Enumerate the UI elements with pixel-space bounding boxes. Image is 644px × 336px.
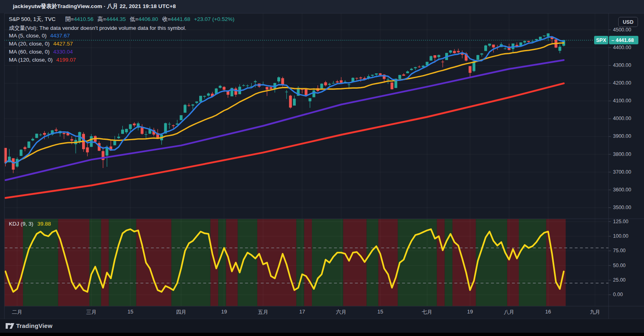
time-tick-label: 19 [221, 309, 227, 315]
high-value: 4444.35 [106, 16, 126, 22]
chart-window: jackieyutw發表於TradingView.com · 八月 22, 20… [0, 0, 644, 336]
price-tick-label: 4100.00 [613, 98, 641, 104]
open-value: 4410.56 [74, 16, 93, 22]
currency-badge[interactable]: USD [618, 17, 638, 27]
kdj-value: 39.88 [37, 221, 51, 227]
time-tick-label: 三月 [86, 309, 97, 316]
ma20-label: MA (20, close, 0) [9, 41, 50, 47]
price-tick-label: 4400.00 [613, 45, 641, 50]
symbol-badge-label: SPX [596, 37, 606, 43]
kdj-legend-row: KDJ (9, 3)39.88 [9, 221, 51, 227]
high-label: 高= [97, 16, 106, 22]
symbol-title: S&P 500, 1天, TVC [9, 16, 56, 22]
symbol-ohlc-row: S&P 500, 1天, TVC開=4410.56高=4444.35低=4406… [9, 16, 234, 23]
close-value: 4441.68 [171, 16, 190, 22]
time-tick-label: 四月 [176, 309, 186, 316]
price-tick-label: 3600.00 [613, 187, 641, 193]
ma120-label: MA (120, close, 0) [9, 57, 53, 63]
kdj-tick-label: 100.00 [613, 233, 641, 239]
time-tick-label: 15 [128, 309, 133, 315]
price-tick-label: 4300.00 [613, 62, 641, 68]
volume-note-row: 成交量(Vol): The data vendor doesn't provid… [9, 25, 186, 32]
ma5-value: 4437.67 [50, 33, 70, 39]
ma120-legend-row: MA (120, close, 0)4199.07 [9, 57, 76, 64]
price-chart-canvas[interactable] [0, 0, 644, 336]
tradingview-logo-icon [5, 322, 15, 330]
price-tick-label: 4500.00 [613, 27, 641, 33]
kdj-tick-label: 125.00 [613, 219, 641, 224]
low-value: 4406.80 [138, 16, 158, 22]
time-tick-label: 九月 [590, 309, 600, 316]
change-value: +23.07 (+0.52%) [194, 16, 235, 22]
kdj-tick-label: 25.00 [613, 277, 641, 283]
time-tick-label: 16 [545, 309, 551, 315]
time-tick-label: 五月 [258, 309, 268, 316]
price-tick-label: 4000.00 [613, 116, 641, 121]
volume-note: 成交量(Vol): The data vendor doesn't provid… [9, 25, 186, 31]
price-tick-label: 3800.00 [613, 151, 641, 157]
open-label: 開= [65, 16, 74, 22]
kdj-tick-label: 75.00 [613, 248, 641, 253]
ma20-value: 4427.57 [53, 41, 73, 47]
symbol-badge: SPX [594, 36, 608, 44]
footer-bar: TradingView [0, 319, 644, 333]
time-tick-label: 二月 [12, 309, 23, 316]
kdj-tick-label: 0.00 [613, 292, 641, 297]
kdj-label: KDJ (9, 3) [9, 221, 33, 227]
ma120-value: 4199.07 [56, 57, 76, 63]
last-price-label: – 4441.68 [611, 37, 634, 43]
price-tick-label: 4200.00 [613, 80, 641, 86]
time-tick-label: 八月 [504, 309, 514, 316]
bottom-black-bar [0, 333, 644, 336]
price-tick-label: 3500.00 [613, 205, 641, 210]
time-tick-label: 七月 [422, 309, 432, 316]
currency-label: USD [623, 19, 633, 25]
footer-brand: TradingView [16, 322, 52, 329]
ma60-label: MA (60, close, 0) [9, 49, 50, 55]
ma5-legend-row: MA (5, close, 0)4437.67 [9, 33, 70, 40]
time-tick-label: 15 [377, 309, 383, 315]
time-tick-label: 19 [467, 309, 473, 315]
close-label: 收= [162, 16, 171, 22]
ma20-legend-row: MA (20, close, 0)4427.57 [9, 41, 73, 48]
ma60-value: 4330.04 [53, 49, 73, 55]
price-tick-label: 3700.00 [613, 169, 641, 175]
time-tick-label: 17 [299, 309, 305, 315]
last-price-badge: – 4441.68 [609, 36, 638, 44]
ma60-legend-row: MA (60, close, 0)4330.04 [9, 49, 73, 56]
kdj-tick-label: 50.00 [613, 263, 641, 268]
time-tick-label: 六月 [336, 309, 347, 316]
ma5-label: MA (5, close, 0) [9, 33, 47, 39]
low-label: 低= [130, 16, 138, 22]
price-tick-label: 3900.00 [613, 133, 641, 139]
